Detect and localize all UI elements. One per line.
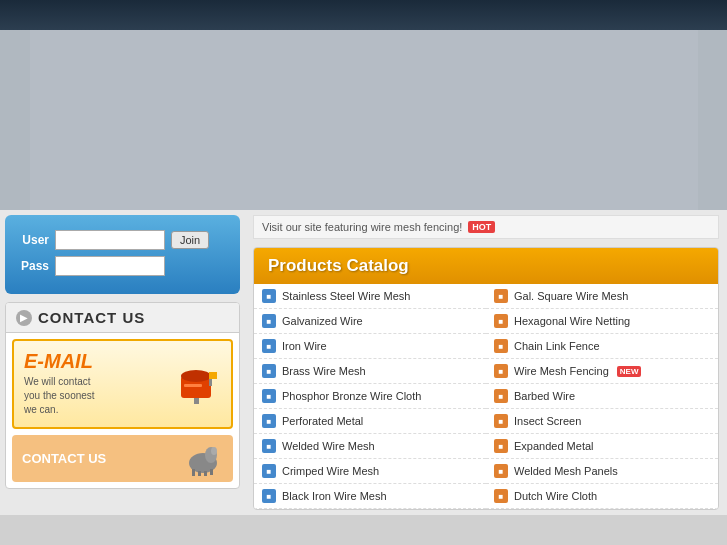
banner-image	[30, 30, 698, 210]
email-box[interactable]: E-MAIL We will contactyou the soonestwe …	[12, 339, 233, 429]
top-navigation-bar	[0, 0, 727, 30]
catalog-column-left: ■ Stainless Steel Wire Mesh ■ Galvanized…	[254, 284, 486, 509]
catalog-column-right: ■ Gal. Square Wire Mesh ■ Hexagonal Wire…	[486, 284, 718, 509]
contact-header: ▶ CONTACT US	[6, 303, 239, 333]
svg-point-1	[181, 370, 211, 382]
list-item[interactable]: ■ Hexagonal Wire Netting	[486, 309, 718, 334]
join-button[interactable]: Join	[171, 231, 209, 249]
contact-btn-label: CONTACT US	[22, 451, 106, 466]
item-icon: ■	[262, 489, 276, 503]
item-icon: ■	[494, 414, 508, 428]
contact-section: ▶ CONTACT US E-MAIL We will contactyou t…	[5, 302, 240, 489]
catalog-grid: ■ Stainless Steel Wire Mesh ■ Galvanized…	[254, 284, 718, 509]
item-icon: ■	[494, 464, 508, 478]
item-icon: ■	[494, 489, 508, 503]
item-icon: ■	[494, 389, 508, 403]
list-item[interactable]: ■ Galvanized Wire	[254, 309, 486, 334]
item-icon: ■	[262, 339, 276, 353]
item-icon: ■	[494, 364, 508, 378]
svg-rect-3	[194, 398, 199, 404]
list-item[interactable]: ■ Insect Screen	[486, 409, 718, 434]
visit-bar: Visit our site featuring wire mesh fenci…	[253, 215, 719, 239]
item-icon: ■	[262, 389, 276, 403]
item-icon: ■	[262, 314, 276, 328]
item-icon: ■	[494, 439, 508, 453]
email-description: We will contactyou the soonestwe can.	[24, 375, 168, 417]
item-icon: ■	[262, 289, 276, 303]
visit-text: Visit our site featuring wire mesh fenci…	[262, 221, 462, 233]
contact-button-area[interactable]: CONTACT US	[12, 435, 233, 482]
products-catalog: Products Catalog ■ Stainless Steel Wire …	[253, 247, 719, 510]
svg-rect-11	[204, 471, 207, 476]
login-box: User Join Pass	[5, 215, 240, 294]
svg-rect-12	[210, 469, 213, 475]
list-item[interactable]: ■ Black Iron Wire Mesh	[254, 484, 486, 509]
item-icon: ■	[494, 289, 508, 303]
horse-icon	[183, 441, 223, 476]
new-badge: NEW	[617, 366, 642, 377]
svg-rect-10	[198, 471, 201, 476]
email-label: E-MAIL	[24, 351, 168, 371]
item-icon: ■	[262, 464, 276, 478]
list-item[interactable]: ■ Expanded Metal	[486, 434, 718, 459]
list-item[interactable]: ■ Phosphor Bronze Wire Cloth	[254, 384, 486, 409]
item-icon: ■	[262, 414, 276, 428]
banner-area	[0, 30, 727, 210]
list-item[interactable]: ■ Gal. Square Wire Mesh	[486, 284, 718, 309]
list-item[interactable]: ■ Welded Wire Mesh	[254, 434, 486, 459]
list-item[interactable]: ■ Stainless Steel Wire Mesh	[254, 284, 486, 309]
svg-rect-5	[209, 372, 217, 379]
list-item[interactable]: ■ Perforated Metal	[254, 409, 486, 434]
svg-rect-9	[192, 469, 195, 476]
list-item[interactable]: ■ Brass Wire Mesh	[254, 359, 486, 384]
item-icon: ■	[494, 314, 508, 328]
list-item[interactable]: ■ Crimped Wire Mesh	[254, 459, 486, 484]
svg-point-8	[211, 447, 217, 455]
list-item[interactable]: ■ Barbed Wire	[486, 384, 718, 409]
sidebar: User Join Pass ▶ CONTACT US E-MAIL	[0, 210, 245, 515]
hot-badge: HOT	[468, 221, 495, 233]
svg-rect-2	[184, 384, 202, 387]
catalog-header: Products Catalog	[254, 248, 718, 284]
item-icon: ■	[262, 364, 276, 378]
username-input[interactable]	[55, 230, 165, 250]
pass-label: Pass	[17, 259, 49, 273]
list-item[interactable]: ■ Wire Mesh Fencing NEW	[486, 359, 718, 384]
contact-title: CONTACT US	[38, 309, 145, 326]
mailbox-icon	[176, 364, 221, 404]
item-icon: ■	[262, 439, 276, 453]
right-panel: Visit our site featuring wire mesh fenci…	[245, 210, 727, 515]
list-item[interactable]: ■ Iron Wire	[254, 334, 486, 359]
list-item[interactable]: ■ Welded Mesh Panels	[486, 459, 718, 484]
password-input[interactable]	[55, 256, 165, 276]
item-icon: ■	[494, 339, 508, 353]
contact-header-icon: ▶	[16, 310, 32, 326]
list-item[interactable]: ■ Dutch Wire Cloth	[486, 484, 718, 509]
user-label: User	[17, 233, 49, 247]
list-item[interactable]: ■ Chain Link Fence	[486, 334, 718, 359]
